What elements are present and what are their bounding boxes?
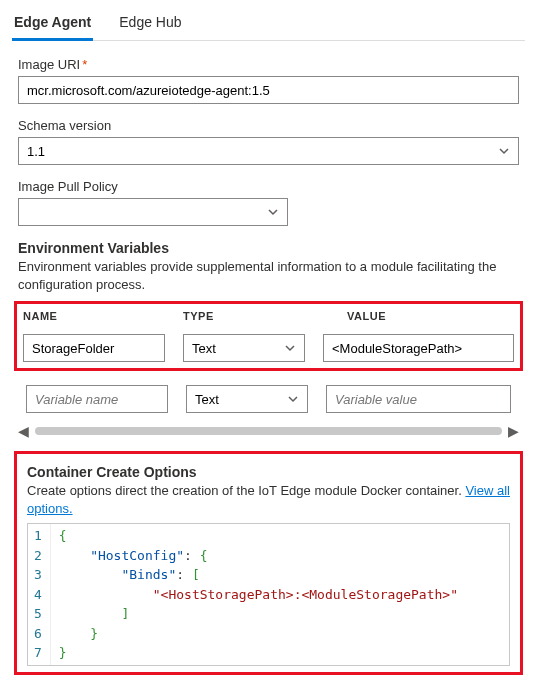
image-uri-field: Image URI* — [18, 57, 519, 104]
image-uri-label-text: Image URI — [18, 57, 80, 72]
container-create-options-highlight: Container Create Options Create options … — [14, 451, 523, 675]
tab-edge-hub[interactable]: Edge Hub — [117, 8, 183, 40]
env-header-name: NAME — [23, 310, 165, 322]
image-pull-policy-select[interactable] — [18, 198, 288, 226]
env-type-select-new[interactable]: Text — [186, 385, 308, 413]
env-name-input-new[interactable] — [26, 385, 168, 413]
cco-gutter: 1234567 — [28, 524, 51, 665]
schema-version-field: Schema version 1.1 — [18, 118, 519, 165]
cco-code-editor[interactable]: 1234567 { "HostConfig": { "Binds": [ "<H… — [27, 523, 510, 666]
cco-desc: Create options direct the creation of th… — [27, 482, 510, 517]
scroll-right-icon[interactable]: ▶ — [508, 423, 519, 439]
env-header-type: TYPE — [183, 310, 305, 322]
env-vars-title: Environment Variables — [18, 240, 519, 256]
env-vars-header: NAME TYPE VALUE — [17, 304, 520, 328]
scroll-track[interactable] — [35, 427, 502, 435]
cco-title: Container Create Options — [27, 464, 510, 480]
image-uri-input[interactable] — [18, 76, 519, 104]
env-name-input[interactable] — [23, 334, 165, 362]
cco-code[interactable]: { "HostConfig": { "Binds": [ "<HostStora… — [51, 524, 509, 665]
required-mark: * — [82, 57, 87, 72]
image-pull-policy-label: Image Pull Policy — [18, 179, 519, 194]
image-uri-label: Image URI* — [18, 57, 519, 72]
schema-version-label: Schema version — [18, 118, 519, 133]
image-pull-policy-field: Image Pull Policy — [18, 179, 519, 226]
env-vars-table: NAME TYPE VALUE Text — [17, 304, 520, 368]
tab-bar: Edge Agent Edge Hub — [12, 8, 525, 41]
env-vars-desc: Environment variables provide supplement… — [18, 258, 519, 293]
schema-version-select[interactable]: 1.1 — [18, 137, 519, 165]
env-type-select[interactable]: Text — [183, 334, 305, 362]
env-vars-highlight: NAME TYPE VALUE Text — [14, 301, 523, 371]
env-header-value: VALUE — [323, 310, 514, 322]
cco-desc-text: Create options direct the creation of th… — [27, 483, 465, 498]
scroll-left-icon[interactable]: ◀ — [18, 423, 29, 439]
env-value-input[interactable] — [323, 334, 514, 362]
horizontal-scrollbar[interactable]: ◀ ▶ — [18, 423, 519, 439]
env-row: Text — [17, 328, 520, 368]
tab-edge-agent[interactable]: Edge Agent — [12, 8, 93, 41]
env-value-input-new[interactable] — [326, 385, 511, 413]
env-row-empty: Text — [20, 379, 517, 419]
